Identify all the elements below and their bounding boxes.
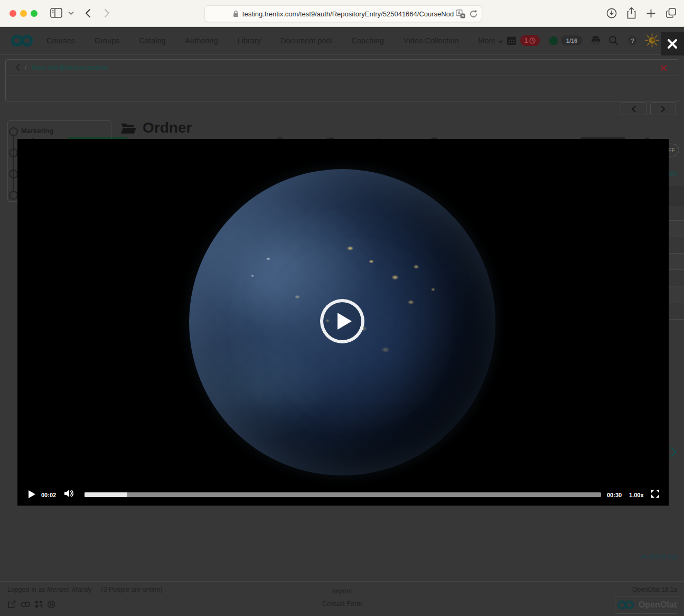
imprint-link[interactable]: Imprint xyxy=(332,587,352,595)
table-header-fragment xyxy=(667,186,684,206)
table-row xyxy=(667,303,684,320)
breadcrumb-back-icon[interactable] xyxy=(15,64,20,71)
share-icon[interactable] xyxy=(627,7,636,19)
progress-counter-badge[interactable]: 1/16 xyxy=(561,35,583,45)
nav-item-video-collection[interactable]: Video Collection xyxy=(404,36,459,45)
pending-tasks-badge[interactable]: 1 xyxy=(520,35,540,46)
timeline-line xyxy=(13,134,14,192)
breadcrumb-separator: / xyxy=(25,64,26,71)
browser-chrome: testing.frentix.com/test9/auth/Repositor… xyxy=(0,0,684,27)
seek-bar[interactable] xyxy=(85,492,601,497)
seek-bar-played xyxy=(85,492,127,497)
nav-item-authoring[interactable]: Authoring xyxy=(185,36,218,45)
help-icon[interactable]: ? xyxy=(628,36,637,45)
sidebar-toggle-icon[interactable] xyxy=(50,8,62,18)
close-course-icon[interactable] xyxy=(660,64,667,71)
nav-item-catalog[interactable]: Catalog xyxy=(139,36,166,45)
table-row xyxy=(667,253,684,270)
minimize-window-button[interactable] xyxy=(20,10,27,17)
version-label: OpenOlat 18.1a xyxy=(632,586,677,593)
go-to-top-link[interactable]: Go to top xyxy=(640,553,678,561)
timeline-node[interactable] xyxy=(9,127,18,136)
search-icon[interactable] xyxy=(608,35,619,45)
timeline-node[interactable] xyxy=(9,191,18,200)
openolat-logo-icon[interactable] xyxy=(10,34,35,47)
presence-indicator-icon[interactable] xyxy=(549,36,558,45)
print-icon[interactable] xyxy=(591,36,601,45)
olat-navbar: Courses Groups Catalog Authoring Library… xyxy=(0,26,684,55)
chevron-up-icon xyxy=(640,554,647,559)
duration: 00:30 xyxy=(607,492,622,498)
fullscreen-icon[interactable] xyxy=(651,489,660,498)
nav-item-groups[interactable]: Groups xyxy=(95,36,120,45)
chevron-down-icon xyxy=(499,41,503,43)
contact-form-link[interactable]: Contact Form xyxy=(322,600,362,608)
close-window-button[interactable] xyxy=(10,10,16,17)
zoom-window-button[interactable] xyxy=(31,10,38,17)
page-title: Ordner xyxy=(119,119,192,136)
openolat-footer-logo[interactable]: OpenOlat xyxy=(615,596,678,614)
back-button[interactable] xyxy=(85,8,91,18)
table-row xyxy=(667,220,684,237)
nav-item-document-pool[interactable]: Document pool xyxy=(280,36,332,45)
footer-divider xyxy=(0,581,684,582)
nav-item-courses[interactable]: Courses xyxy=(46,36,75,45)
playback-speed[interactable]: 1.00x xyxy=(629,492,644,498)
table-row xyxy=(667,319,684,320)
chevron-right-icon[interactable] xyxy=(670,446,677,458)
table-row xyxy=(667,237,684,254)
breadcrumb-course-link[interactable]: Kurs mit Betreuerordner xyxy=(31,64,108,71)
table-row xyxy=(667,286,684,303)
address-bar[interactable]: testing.frentix.com/test9/auth/Repositor… xyxy=(204,5,482,22)
current-time: 00:02 xyxy=(41,492,56,498)
nav-item-more[interactable]: More xyxy=(478,36,503,45)
nav-item-library[interactable]: Library xyxy=(238,36,261,45)
close-icon xyxy=(667,38,678,50)
reload-icon[interactable] xyxy=(470,10,477,18)
timeline-node[interactable] xyxy=(9,170,18,179)
folder-open-icon xyxy=(119,121,137,135)
downloads-icon[interactable] xyxy=(606,8,617,18)
table-row xyxy=(667,269,684,286)
play-icon xyxy=(338,313,352,330)
timeline-node[interactable] xyxy=(9,148,18,157)
video-player[interactable]: 00:02 00:30 1.00x xyxy=(17,139,669,506)
nav-item-coaching[interactable]: Coaching xyxy=(351,36,383,45)
translate-icon[interactable] xyxy=(456,10,465,18)
volume-icon[interactable] xyxy=(64,489,74,498)
new-tab-icon[interactable] xyxy=(646,9,655,18)
tab-overview-icon[interactable] xyxy=(666,7,677,18)
sidebar-item-marketing[interactable]: Marketing xyxy=(21,127,53,135)
previous-node-button[interactable] xyxy=(621,102,646,115)
modal-close-button[interactable] xyxy=(661,32,684,55)
play-overlay-button[interactable] xyxy=(320,299,364,343)
forward-button[interactable] xyxy=(104,8,110,18)
clock-icon xyxy=(529,38,536,44)
url-text: testing.frentix.com/test9/auth/Repositor… xyxy=(242,10,454,18)
course-header: / Kurs mit Betreuerordner Administration… xyxy=(5,59,679,101)
openolat-logo-icon xyxy=(616,600,635,610)
lock-icon xyxy=(233,10,239,17)
breadcrumb: / Kurs mit Betreuerordner xyxy=(6,60,679,76)
user-avatar[interactable] xyxy=(645,33,659,48)
next-node-button[interactable] xyxy=(650,102,676,115)
play-button[interactable] xyxy=(28,490,36,499)
calendar-icon[interactable] xyxy=(507,36,517,45)
sidebar-chevron-icon[interactable] xyxy=(68,11,74,15)
